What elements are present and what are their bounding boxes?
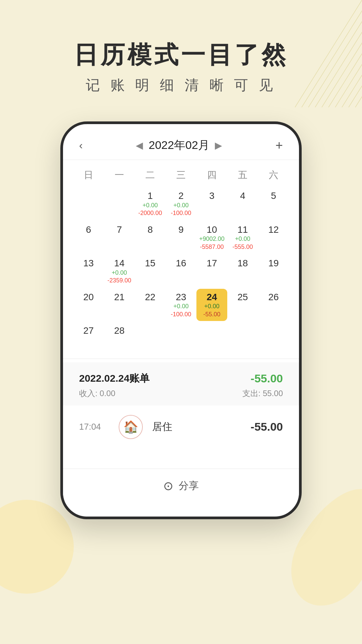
bill-expense: 支出: 55.00: [242, 388, 283, 399]
svg-line-4: [322, 0, 362, 107]
day-number: 28: [114, 325, 124, 336]
day-number: 19: [268, 258, 279, 269]
calendar-day[interactable]: 9: [166, 221, 196, 254]
svg-line-9: [355, 0, 362, 107]
day-number: 23: [176, 291, 186, 303]
day-income: +0.00: [112, 269, 127, 277]
day-number: 2: [178, 190, 184, 202]
weekday-label: 一: [104, 163, 135, 184]
prev-month-button[interactable]: ◀: [136, 140, 143, 151]
calendar-day[interactable]: 17: [196, 255, 227, 287]
day-number: 21: [114, 291, 124, 303]
calendar-day[interactable]: 22: [135, 289, 166, 321]
calendar-day[interactable]: 1+0.00-2000.00: [135, 187, 166, 220]
day-income: +0.00: [173, 202, 189, 209]
day-number: 27: [83, 325, 94, 336]
calendar-day[interactable]: 15: [135, 255, 166, 287]
calendar-day[interactable]: 12: [258, 221, 289, 254]
day-number: 5: [271, 190, 276, 202]
calendar-day[interactable]: 16: [166, 255, 196, 287]
day-number: 4: [240, 190, 245, 202]
bill-summary: 收入: 0.00 支出: 55.00: [79, 388, 283, 399]
weekday-label: 六: [258, 163, 289, 184]
calendar-day[interactable]: 27: [73, 322, 104, 352]
day-number: 13: [83, 258, 94, 269]
phone-mockup: ‹ ◀ 2022年02月 ▶ + 日一二三四五六 1+0.00-2000.002…: [60, 121, 302, 519]
calendar-day[interactable]: 6: [73, 221, 104, 254]
bill-section: 2022.02.24账单 -55.00 收入: 0.00 支出: 55.00: [63, 362, 299, 406]
calendar-day[interactable]: 8: [135, 221, 166, 254]
calendar-day[interactable]: 19: [258, 255, 289, 287]
weekday-label: 三: [166, 163, 196, 184]
day-income: +0.00: [173, 303, 189, 310]
bill-date: 2022.02.24账单: [79, 372, 149, 385]
share-bar[interactable]: ⊙ 分享: [63, 469, 299, 503]
day-number: 18: [237, 258, 248, 269]
day-number: 20: [83, 291, 94, 303]
year-month-label: 2022年02月: [148, 138, 209, 153]
svg-line-6: [335, 0, 362, 107]
calendar-day[interactable]: 21: [104, 289, 135, 321]
day-expense: -5587.00: [200, 243, 224, 251]
calendar-day[interactable]: 7: [104, 221, 135, 254]
next-month-button[interactable]: ▶: [215, 140, 222, 151]
calendar-day[interactable]: 18: [227, 255, 258, 287]
calendar-day[interactable]: 23+0.00-100.00: [166, 289, 196, 321]
day-number: 26: [268, 291, 279, 303]
calendar-day[interactable]: 13: [73, 255, 104, 287]
day-number: 8: [147, 224, 153, 235]
transaction-row: 17:04 🏠 居住 -55.00: [63, 406, 299, 448]
weekday-label: 日: [73, 163, 104, 184]
day-number: 15: [145, 258, 155, 269]
calendar-day[interactable]: 3: [196, 187, 227, 220]
calendar-day[interactable]: 26: [258, 289, 289, 321]
bill-header: 2022.02.24账单 -55.00: [79, 372, 283, 385]
weekday-label: 四: [196, 163, 227, 184]
transaction-name: 居住: [152, 420, 241, 434]
bill-total: -55.00: [251, 372, 283, 385]
day-number: 10: [206, 224, 217, 235]
weekday-label: 五: [227, 163, 258, 184]
transaction-icon-wrap: 🏠: [119, 415, 143, 439]
calendar-day[interactable]: 25: [227, 289, 258, 321]
title-main: 日历模式一目了然: [74, 40, 288, 69]
calendar-day[interactable]: 28: [104, 322, 135, 352]
calendar-day[interactable]: 20: [73, 289, 104, 321]
day-income: +9002.00: [199, 235, 225, 243]
calendar-header: ‹ ◀ 2022年02月 ▶ +: [63, 124, 299, 160]
day-number: 22: [145, 291, 155, 303]
add-record-button[interactable]: +: [276, 138, 283, 153]
calendar-day[interactable]: 14+0.00-2359.00: [104, 255, 135, 287]
calendar-day[interactable]: 11+0.00-555.00: [227, 221, 258, 254]
svg-line-1: [302, 0, 362, 107]
calendar-grid: 日一二三四五六 1+0.00-2000.002+0.00-100.0034567…: [63, 160, 299, 359]
svg-line-5: [328, 0, 362, 107]
day-expense: -2359.00: [107, 277, 131, 284]
day-income: +0.00: [142, 202, 158, 209]
bg-shape-left: [0, 500, 74, 594]
spacer: [63, 448, 299, 469]
svg-line-7: [342, 0, 362, 107]
day-number: 7: [117, 224, 122, 235]
calendar-day[interactable]: 24+0.00-55.00: [196, 289, 227, 321]
day-income: +0.00: [235, 235, 250, 243]
calendar-day[interactable]: 10+9002.00-5587.00: [196, 221, 227, 254]
back-button[interactable]: ‹: [79, 139, 83, 152]
svg-line-8: [349, 0, 362, 107]
share-label: 分享: [179, 479, 199, 493]
share-icon: ⊙: [163, 479, 173, 493]
day-number: 3: [209, 190, 215, 202]
calendar-day[interactable]: 5: [258, 187, 289, 220]
day-number: 25: [237, 291, 248, 303]
bill-divider: [63, 359, 299, 359]
day-number: 12: [268, 224, 279, 235]
calendar-day[interactable]: 2+0.00-100.00: [166, 187, 196, 220]
calendar-day[interactable]: 4: [227, 187, 258, 220]
day-number: 14: [114, 258, 124, 269]
calendar-title: ◀ 2022年02月 ▶: [136, 138, 222, 153]
transaction-time: 17:04: [79, 422, 109, 432]
day-number: 24: [206, 291, 217, 303]
calendar-days: 1+0.00-2000.002+0.00-100.00345678910+900…: [73, 187, 289, 352]
title-sub: 记 账 明 细 清 晰 可 见: [74, 76, 288, 95]
day-number: 6: [86, 224, 91, 235]
